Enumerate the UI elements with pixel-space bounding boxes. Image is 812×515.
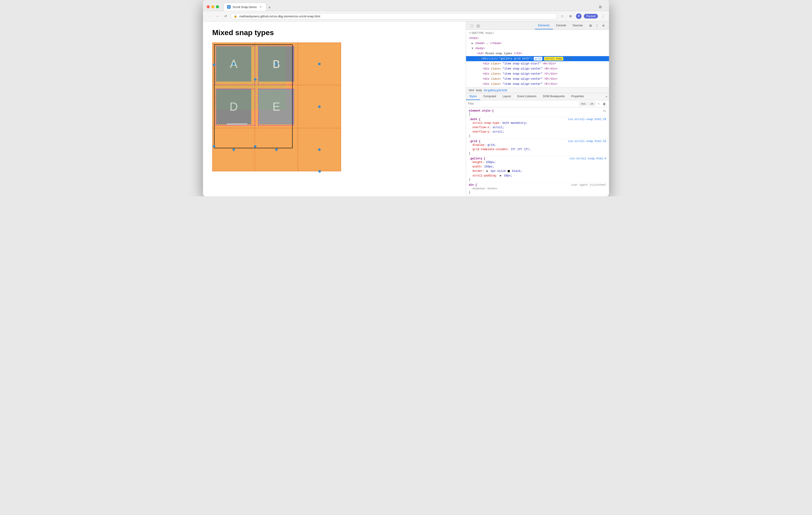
filter-input[interactable]	[468, 102, 577, 105]
styles-tab-dom-breakpoints[interactable]: DOM Breakpoints	[540, 93, 568, 100]
breadcrumb-div[interactable]: div.gallery.grid.both	[484, 89, 508, 92]
toolbar: ← → ↺ 🔒 mathiasbynens.github.io/css-dbg-…	[203, 11, 609, 22]
url-text: mathiasbynens.github.io/css-dbg-stories/…	[239, 15, 320, 18]
both-prop-2: overflow-x: scroll;	[469, 125, 606, 130]
active-tab[interactable]: S Scroll Snap Demo ✕	[224, 3, 266, 11]
devtools-close-button[interactable]: ✕	[601, 23, 606, 28]
html-line-item-c[interactable]: <div class= "item snap-align-center" >C<…	[466, 71, 609, 77]
scroll-snap-badge[interactable]: scroll-snap	[544, 57, 563, 61]
scroll-padding-value[interactable]: 10px;	[504, 174, 512, 177]
close-traffic-light[interactable]	[207, 5, 210, 8]
scroll-snap-type-name[interactable]: scroll-snap-type:	[472, 121, 501, 125]
window-control-icon[interactable]: ⊞	[597, 4, 604, 10]
html-line-h3[interactable]: <h3> Mixed snap types </h3>	[466, 51, 609, 56]
width-name[interactable]: width:	[472, 165, 483, 168]
styles-tab-event-listeners[interactable]: Event Listeners	[514, 93, 540, 100]
tab-close-button[interactable]: ✕	[259, 5, 263, 9]
tab-bar: S Scroll Snap Demo ✕ +	[224, 3, 594, 11]
both-source[interactable]: css-scroll-snap.html:29	[568, 118, 606, 121]
paused-badge[interactable]: Paused	[584, 14, 598, 19]
account-icon[interactable]: P	[576, 13, 582, 20]
tab-console[interactable]: Console	[553, 22, 570, 29]
devtools-more-button[interactable]: ⋮	[594, 23, 600, 28]
height-value[interactable]: 150px;	[486, 161, 496, 164]
tab-elements[interactable]: Elements	[535, 22, 553, 29]
border-name[interactable]: border:	[472, 170, 484, 173]
styles-tab-layout[interactable]: Layout	[499, 93, 514, 100]
devtools-settings-button[interactable]: ⚙	[588, 23, 593, 28]
div-selector[interactable]: div {	[469, 183, 477, 187]
div-source[interactable]: user agent stylesheet	[571, 183, 606, 187]
display-name[interactable]: display:	[472, 143, 486, 147]
scroll-padding-triangle[interactable]: ▶	[500, 174, 501, 177]
overflow-x-value[interactable]: scroll;	[492, 126, 504, 129]
breadcrumb-html[interactable]: html	[469, 89, 474, 92]
styles-tab-styles[interactable]: Styles	[466, 93, 480, 100]
extension-icon[interactable]: ⊕	[567, 13, 574, 20]
html-line-item-a[interactable]: <div class= "item snap-align-start" >A</…	[466, 61, 609, 66]
scroll-snap-type-value[interactable]: both mandatory;	[502, 121, 527, 125]
tab-network[interactable]: Network	[586, 22, 587, 29]
add-rule-button[interactable]: +	[596, 101, 601, 106]
html-line-item-b[interactable]: <div class= "item snap-align-center" >B<…	[466, 66, 609, 71]
display-value[interactable]: grid;	[488, 143, 496, 147]
cls-button[interactable]: .cls	[588, 102, 596, 106]
border-value-text[interactable]: 1px solid	[491, 170, 505, 173]
inspect-element-button[interactable]: ⬚	[469, 23, 474, 28]
div-display-name[interactable]: display:	[472, 187, 486, 190]
html-line-item-e[interactable]: <div class= "item snap-align-center" >E<…	[466, 82, 609, 87]
hov-button[interactable]: :hov	[579, 102, 587, 106]
grid-template-columns-name[interactable]: grid-template-columns:	[472, 148, 509, 151]
html-line-body[interactable]: ▼ <body>	[466, 46, 609, 51]
tab-sources[interactable]: Sources	[570, 22, 586, 29]
item-e-close: >E</div>	[544, 82, 557, 86]
h3-text: Mixed snap types	[486, 52, 512, 55]
back-button[interactable]: ←	[206, 13, 212, 20]
styles-tab-computed[interactable]: Computed	[480, 93, 499, 100]
html-line-html[interactable]: <html>	[466, 36, 609, 41]
height-name[interactable]: height:	[472, 161, 484, 164]
div-expand[interactable]: ▼	[479, 57, 481, 61]
html-line-item-d[interactable]: <div class= "item snap-align-center" >D<…	[466, 77, 609, 82]
html-line-head[interactable]: ▶ <head> … </head>	[466, 41, 609, 46]
grid-selector[interactable]: .grid {	[469, 140, 481, 143]
maximize-traffic-light[interactable]	[216, 5, 219, 8]
border-color-text[interactable]: black;	[512, 170, 522, 173]
scrollbar-d[interactable]	[227, 123, 248, 125]
grid-source[interactable]: css-scroll-snap.html:15	[568, 140, 606, 143]
styles-tab-properties[interactable]: Properties	[568, 93, 587, 100]
overflow-x-name[interactable]: overflow-x:	[472, 126, 491, 129]
scroll-padding-name[interactable]: scroll-padding:	[472, 174, 497, 177]
overflow-y-value[interactable]: scroll;	[492, 130, 504, 134]
class-attr-value: "gallery grid both"	[499, 57, 530, 61]
device-toggle-button[interactable]: ◱	[475, 23, 481, 28]
element-style-selector[interactable]: element.style {	[469, 109, 494, 112]
grid-badge[interactable]: grid	[534, 57, 542, 61]
breadcrumb-body[interactable]: body	[476, 89, 482, 92]
border-color-swatch[interactable]	[508, 170, 510, 172]
html-line-doctype: <!DOCTYPE html>	[466, 31, 609, 36]
border-triangle[interactable]: ▶	[487, 170, 488, 173]
html-line-div-selected[interactable]: … ▼ <div class= "gallery grid both" > gr…	[466, 56, 609, 61]
gallery-source[interactable]: css-scroll-snap.html:4	[570, 157, 606, 160]
new-tab-button[interactable]: +	[266, 4, 273, 11]
grid-template-columns-value[interactable]: 1fr 1fr 1fr;	[511, 148, 531, 151]
head-expand[interactable]: ▶	[472, 42, 473, 45]
devtools-main-tabs: Elements Console Sources Network »	[534, 22, 587, 29]
overflow-y-name[interactable]: overflow-y:	[472, 130, 491, 134]
reload-button[interactable]: ↺	[223, 13, 229, 20]
styles-more-button[interactable]: »	[604, 93, 609, 100]
bookmark-icon[interactable]: ☆	[559, 13, 566, 20]
body-expand[interactable]: ▼	[472, 47, 473, 50]
toggle-sidebar-button[interactable]: ◧	[602, 101, 607, 106]
css-rule-grid: .grid { css-scroll-snap.html:15 display:…	[466, 139, 609, 156]
grid-prop-1: display: grid;	[469, 143, 606, 147]
div-display-value[interactable]: block;	[488, 187, 497, 190]
width-value[interactable]: 150px;	[484, 165, 494, 168]
gallery-selector[interactable]: .gallery {	[469, 157, 486, 160]
minimize-traffic-light[interactable]	[211, 5, 214, 8]
more-options-button[interactable]: ⋮	[600, 13, 606, 20]
forward-button[interactable]: →	[214, 13, 221, 20]
both-selector[interactable]: .both {	[469, 118, 481, 121]
address-bar[interactable]: 🔒 mathiasbynens.github.io/css-dbg-storie…	[231, 13, 557, 20]
